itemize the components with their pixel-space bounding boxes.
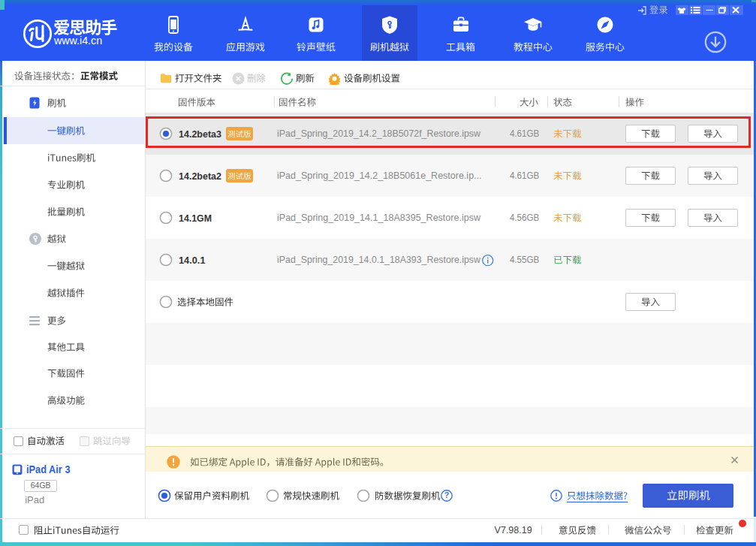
- svg-text:?: ?: [444, 490, 449, 499]
